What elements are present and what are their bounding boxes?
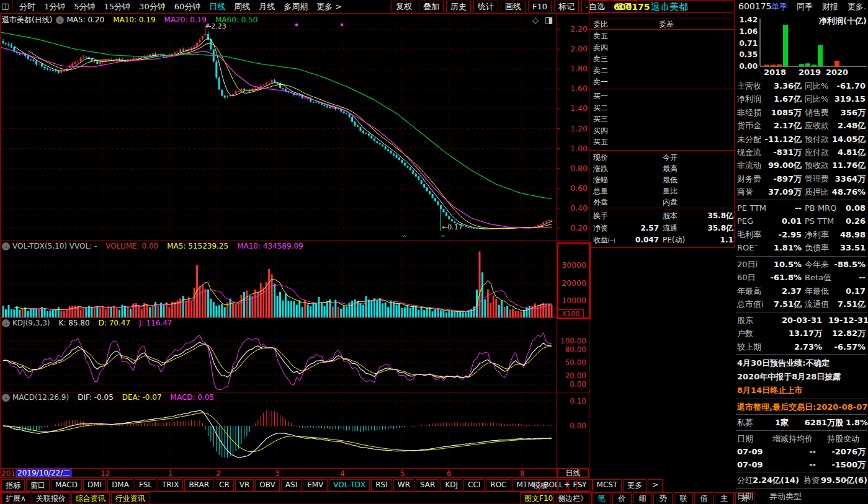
toolbar-button-统计[interactable]: 统计 (473, 1, 498, 12)
panel-toggle-icon[interactable]: ◨ (545, 15, 553, 25)
mode-button-细[interactable]: 细 (633, 492, 652, 504)
period-tab-更多 >[interactable]: 更多 > (312, 1, 346, 12)
collapse-icon[interactable]: ⌄ (2, 319, 10, 327)
indicator-tab-ROC[interactable]: ROC (486, 479, 511, 492)
period-tab-日线[interactable]: 日线 (205, 1, 230, 12)
info-label: 非经损 (737, 107, 761, 119)
indicator-tab-指标[interactable]: 指标 (1, 479, 25, 492)
collapse-icon[interactable]: ⌄ (56, 16, 64, 24)
indicator-label: MA5: 515239.25 (167, 242, 228, 250)
info-row: 商誉37.09万质押比48.76% (735, 186, 867, 198)
info-row: 07-09---2076万 (735, 446, 867, 458)
period-tab-5分钟[interactable]: 5分钟 (69, 1, 99, 12)
indicator-tab-SAR[interactable]: SAR (416, 479, 439, 492)
info-row: 未分配-11.12亿预付款14.05亿 (735, 133, 867, 146)
info-row: 财务费-897万管理费3364万 (735, 173, 867, 185)
info-tab-更多.[interactable]: 更多. (848, 1, 866, 12)
info-value: 2.37 (763, 285, 802, 298)
period-tab-周线[interactable]: 周线 (230, 1, 254, 12)
price-axis-tick: 1.80 (560, 64, 588, 73)
indicator-tab-KDJ[interactable]: KDJ (441, 479, 462, 492)
stat-label: 外盘 (593, 197, 608, 208)
mode-button-值[interactable]: 值 (694, 492, 714, 504)
selected-date[interactable]: 2019/10/22/二 (16, 469, 72, 477)
stat-label: 流通 (663, 223, 678, 234)
indicator-tab-DMA[interactable]: DMA (107, 479, 133, 492)
indicator-tab-MCST[interactable]: MCST (593, 479, 622, 492)
indicator-tab-BRAR[interactable]: BRAR (184, 479, 213, 492)
period-tab-月线[interactable]: 月线 (254, 1, 279, 12)
quote-row: 收益㈠0.047PE(动)1.1 (589, 234, 734, 246)
charts-canvas[interactable]: ^^ (0, 0, 589, 504)
indicator-tab-RSI[interactable]: RSI (371, 479, 392, 492)
period-tab-60分钟[interactable]: 60分钟 (170, 1, 205, 12)
kdj-axis-tick: 50.00 (558, 358, 586, 367)
indicator-tab-EMV[interactable]: EMV (303, 479, 328, 492)
divider-line (0, 468, 589, 469)
sell-level-label: 卖四 (593, 42, 608, 54)
active-pane-indicator (557, 242, 591, 319)
info-tab-同季[interactable]: 同季 (797, 1, 813, 12)
stat-label: 净资 (593, 223, 608, 234)
notice-line: 4月30日预告业绩:不确定 (737, 357, 867, 369)
info-value: -11.12亿 (763, 133, 802, 146)
toolbar-button-历史[interactable]: 历史 (446, 1, 471, 12)
separator (736, 200, 867, 200)
info-value: -- (828, 272, 866, 284)
period-tab-分时[interactable]: 分时 (15, 1, 40, 12)
toolbar-button-画线[interactable]: 画线 (501, 1, 526, 12)
indicator-tab-MACD[interactable]: MACD (51, 479, 82, 492)
indicator-tab-CR[interactable]: CR (215, 479, 234, 492)
zoom-out-button[interactable]: − (573, 479, 593, 490)
template-button[interactable]: 模板 (529, 479, 552, 492)
info-row: 私募1家6281万股1.8% (735, 417, 867, 429)
divider-line (589, 19, 734, 19)
toolbar-button-标记[interactable]: 标记 (554, 1, 579, 12)
price-axis-tick: 0.80 (560, 164, 588, 173)
diamond-icon[interactable]: ◇ (532, 15, 539, 25)
indicator-tab-WR[interactable]: WR (393, 479, 414, 492)
price-axis-tick: 2.00 (560, 44, 588, 53)
buy-level-label: 买五 (593, 136, 608, 148)
indicator-tab-ASI[interactable]: ASI (281, 479, 302, 492)
collapse-icon[interactable]: ⌄ (2, 242, 10, 250)
period-tab-多周期[interactable]: 多周期 (279, 1, 312, 12)
info-label: 销售费 (805, 107, 829, 119)
info-label: 年最高 (737, 285, 761, 298)
mode-button-势[interactable]: 势 (653, 492, 673, 504)
indicator-tab-TRIX[interactable]: TRIX (158, 479, 183, 492)
indicator-label: K: 85.80 (59, 319, 90, 327)
indicator-label: MACD: 0.05 (171, 393, 215, 402)
info-tab-单季[interactable]: 单季 (771, 1, 787, 12)
divider-line (734, 0, 735, 248)
mode-button-笔[interactable]: 笔 (592, 492, 611, 504)
indicator-label: DEA: -0.07 (122, 393, 162, 402)
info-label: Beta值 (805, 272, 831, 284)
month-tick-label: 1 (168, 469, 173, 478)
indicator-tab-更多[interactable]: 更多 (623, 479, 647, 492)
indicator-tab-窗口[interactable]: 窗口 (26, 479, 50, 492)
indicator-tab-VOL-TDX[interactable]: VOL-TDX (329, 479, 370, 492)
info-row: 日期增减持均价持股变动 (735, 433, 867, 445)
info-label: 分红 (737, 474, 753, 487)
toolbar-button-复权[interactable]: 复权 (391, 1, 416, 12)
toolbar-button-F10[interactable]: F10 (528, 1, 552, 12)
indicator-tab-FSL[interactable]: FSL (135, 479, 156, 492)
indicator-tab-VR[interactable]: VR (235, 479, 254, 492)
period-tab-30分钟[interactable]: 30分钟 (135, 1, 170, 12)
indicator-tab-OBV[interactable]: OBV (255, 479, 280, 492)
mode-button-价[interactable]: 价 (612, 492, 632, 504)
indicator-tab-CCI[interactable]: CCI (463, 479, 485, 492)
window-layout-icon[interactable]: ◫ (1, 1, 11, 11)
mode-button-主[interactable]: 主 (715, 492, 734, 504)
period-tab-15分钟[interactable]: 15分钟 (100, 1, 135, 12)
indicator-tab-DMI[interactable]: DMI (83, 479, 106, 492)
collapse-icon[interactable]: ⌄ (2, 394, 10, 402)
info-label: 货币金 (737, 120, 761, 132)
delist-notice: 退市整理,最后交易日:2020-08-07 (737, 401, 867, 413)
period-tab-1分钟[interactable]: 1分钟 (40, 1, 69, 12)
indicator-tab->[interactable]: > (648, 479, 663, 492)
mode-button-联[interactable]: 联 (674, 492, 693, 504)
toolbar-button-叠加[interactable]: 叠加 (419, 1, 444, 12)
info-tab-财报[interactable]: 财报 (822, 1, 838, 12)
